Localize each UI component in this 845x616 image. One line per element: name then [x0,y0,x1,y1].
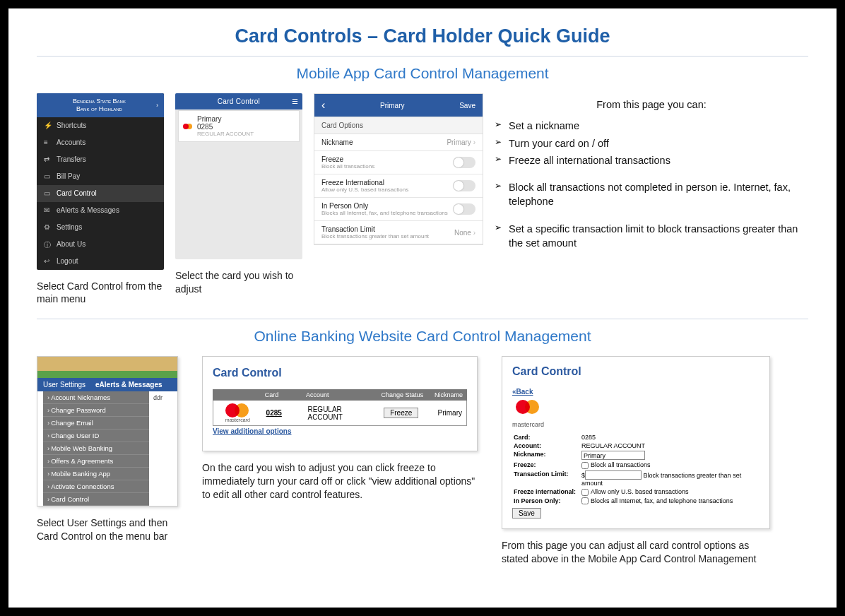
menu-about[interactable]: ⓘAbout Us [37,236,164,253]
phone2-caption: Select the card you wish to adjust [175,269,302,296]
txlimit-input[interactable] [585,470,642,480]
dd-account-nicknames[interactable]: Account Nicknames [43,391,149,404]
row-inperson[interactable]: In Person OnlyBlocks all Internet, fax, … [314,198,483,221]
nickname-label: Nickname: [514,451,580,460]
menu-logout[interactable]: ↩Logout [37,253,164,270]
mastercard-label: mastercard [512,421,544,428]
menu-transfers[interactable]: ⇄Transfers [37,151,164,168]
back-icon[interactable]: ‹ [321,99,325,112]
user-settings-dropdown: Account Nicknames Change Password Change… [43,391,149,506]
web-card-control-list: Card Control Card Account Change Status … [202,356,478,451]
back-link[interactable]: «Back [512,388,533,396]
card-list-item[interactable]: Primary 0285 REGULAR ACCOUNT [178,110,300,142]
hamburger-icon[interactable]: ☰ [292,97,298,105]
mastercard-icon [516,400,551,421]
save-button[interactable]: Save [459,102,475,109]
phone-card-list: Card Control ☰ Primary 0285 REGULAR ACCO… [175,93,302,259]
row-freeze[interactable]: FreezeBlock all transactions [314,151,483,174]
card-icon: ▭ [44,189,52,198]
menu-accounts[interactable]: ≡Accounts [37,134,164,151]
nickname-input[interactable] [581,451,645,460]
menu-settings[interactable]: ⚙Settings [37,219,164,236]
row-nickname[interactable]: Nickname Primary › [314,134,483,151]
menu-label: eAlerts & Messages [57,206,119,214]
dd-offers[interactable]: Offers & Agreements [43,455,149,468]
toggle-inperson[interactable] [453,203,475,215]
bank-line1: Bendena State Bank [73,97,126,105]
header-photo [37,357,177,371]
th-card: Card [261,389,302,401]
phone1-caption: Select Card Control from the main menu [37,280,164,307]
info-icon: ⓘ [44,240,52,249]
card-name: Primary [197,115,254,123]
menu-billpay[interactable]: ▭Bill Pay [37,168,164,185]
nickname-label: Nickname [321,138,353,146]
bank-line2: Bank of Highland [73,105,126,113]
card-type: REGULAR ACCOUNT [197,131,254,137]
dd-activate-connections[interactable]: Activate Connections [43,480,149,493]
freeze-intl-checkbox[interactable] [581,489,589,496]
dd-change-user-id[interactable]: Change User ID [43,430,149,442]
freeze-intl-cb-label: Allow only U.S. based transactions [591,488,689,495]
row-freeze-intl[interactable]: Freeze InternationalAllow only U.S. base… [314,174,483,198]
bullet-item: Set a nickname [495,119,808,133]
bank-header: Bendena State Bank Bank of Highland [73,97,126,113]
nav-ealerts[interactable]: eAlerts & Messages [95,381,162,389]
view-additional-options-link[interactable]: View additional options [213,427,292,435]
menu-label: Shortcuts [57,122,86,129]
save-button[interactable]: Save [512,508,541,519]
inperson-sub: Blocks all Internet, fax, and telephone … [321,210,448,216]
card-link[interactable]: 0285 [266,409,282,417]
mastercard-icon [183,123,193,130]
chevron-right-icon[interactable]: › [156,102,158,109]
divider [37,56,808,57]
bullet-item: Turn your card on / off [495,136,808,150]
nav-user-settings[interactable]: User Settings [43,381,85,389]
menu-shortcuts[interactable]: ⚡Shortcuts [37,117,164,134]
txlimit-label: Transaction Limit: [514,470,580,487]
card-form-table: Card:0285 Account:REGULAR ACCOUNT Nickna… [512,432,760,506]
section-mobile-heading: Mobile App Card Control Management [37,65,808,82]
lightning-icon: ⚡ [44,122,52,130]
menu-label: About Us [57,240,85,248]
page-title: Card Controls – Card Holder Quick Guide [37,25,808,47]
row-txlimit[interactable]: Transaction LimitBlock transactions grea… [314,221,483,244]
dd-change-email[interactable]: Change Email [43,417,149,430]
menu-label: Settings [57,223,82,231]
mastercard-icon [225,403,249,417]
freeze-intl-sub: Allow only U.S. based transactions [321,186,408,193]
toggle-freeze-intl[interactable] [453,180,475,191]
freeze-label: Freeze: [514,461,580,469]
dd-change-password[interactable]: Change Password [43,404,149,417]
chevron-right-icon: › [473,138,475,146]
divider [37,319,808,319]
th-nick: Nickname [430,389,467,401]
freeze-intl-label: Freeze international: [514,488,580,496]
dd-card-control[interactable]: Card Control [43,493,149,506]
account-name: REGULAR ACCOUNT [303,403,379,424]
cc-table-row: mastercard 0285 REGULAR ACCOUNT Freeze P… [213,401,467,426]
header-strip [37,371,177,378]
bullet-item: Set a specific transaction limit to bloc… [495,222,808,251]
th-account: Account [302,389,377,401]
menu-ealerts[interactable]: ✉eAlerts & Messages [37,202,164,219]
freeze-checkbox[interactable] [581,462,589,469]
card-options-title: Primary [380,102,404,109]
menu-card-control[interactable]: ▭Card Control [37,185,164,202]
mobile-bullets: From this page you can: Set a nickname T… [495,93,808,253]
freeze-button[interactable]: Freeze [384,408,418,418]
dd-mobile-web[interactable]: Mobile Web Banking [43,442,149,455]
inperson-checkbox[interactable] [581,497,589,504]
freeze-cb-label: Block all transactions [591,461,651,468]
freeze-intl-label: Freeze International [321,179,408,186]
account-label: Account: [514,442,580,449]
web-card-control-form: Card Control «Back mastercard Card:0285 … [502,356,770,529]
bullet-item: Block all transactions not completed in … [495,180,808,209]
page: Card Controls – Card Holder Quick Guide … [8,8,837,608]
toggle-freeze[interactable] [453,157,475,168]
menu-label: Logout [57,257,78,265]
dd-mobile-app[interactable]: Mobile Banking App [43,468,149,480]
card-label: Card: [514,434,580,441]
th-status: Change Status [377,389,430,401]
menu-label: Transfers [57,155,86,163]
